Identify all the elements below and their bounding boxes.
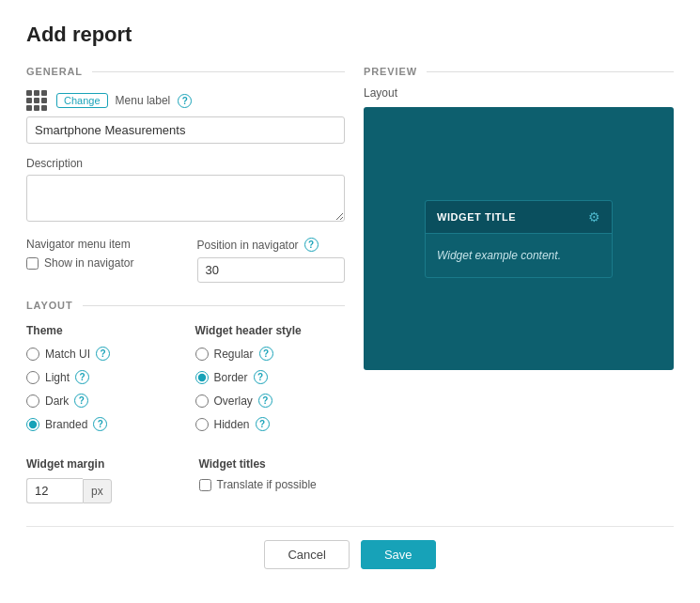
layout-section: LAYOUT Theme Match UI ? Light	[26, 300, 345, 503]
theme-dark: Dark ?	[26, 394, 177, 408]
margin-input[interactable]	[26, 478, 83, 503]
navigator-right: Position in navigator ?	[197, 238, 346, 283]
description-label: Description	[26, 157, 345, 170]
header-hidden: Hidden ?	[195, 417, 346, 431]
header-border-label: Border	[214, 371, 248, 384]
layout-columns: Theme Match UI ? Light ?	[26, 324, 345, 441]
header-regular-help[interactable]: ?	[259, 347, 273, 361]
header-overlay: Overlay ?	[195, 394, 346, 408]
header-regular: Regular ?	[195, 347, 346, 361]
widget-header-title-text: WIDGET TITLE	[437, 211, 516, 223]
theme-branded-help[interactable]: ?	[93, 417, 107, 431]
theme-title: Theme	[26, 324, 177, 337]
theme-light-radio[interactable]	[26, 371, 39, 384]
navigator-label: Navigator menu item	[26, 238, 175, 251]
add-report-modal: Add report GENERAL Change Menu label ?	[0, 0, 700, 603]
widget-margin-section: Widget margin px Widget titles Translate…	[26, 457, 345, 503]
theme-branded: Branded ?	[26, 417, 177, 431]
menu-label-help-icon[interactable]: ?	[178, 94, 192, 108]
layout-section-label: LAYOUT	[26, 300, 345, 311]
header-overlay-label: Overlay	[214, 394, 253, 408]
widget-header-column: Widget header style Regular ? Border ?	[195, 324, 346, 441]
header-hidden-radio[interactable]	[195, 418, 209, 431]
position-label: Position in navigator	[197, 239, 299, 252]
widget-header-title: Widget header style	[195, 324, 346, 337]
header-border-radio[interactable]	[195, 371, 209, 384]
menu-label-text: Menu label	[116, 94, 171, 107]
menu-label-input[interactable]	[26, 116, 345, 144]
menu-label-row: Change Menu label ?	[26, 90, 345, 111]
menu-label-field	[26, 116, 345, 144]
theme-branded-radio[interactable]	[26, 418, 39, 431]
navigator-left: Navigator menu item Show in navigator	[26, 238, 175, 270]
header-border-help[interactable]: ?	[254, 370, 268, 384]
header-hidden-label: Hidden	[214, 418, 250, 431]
widget-content-text: Widget example content.	[437, 249, 561, 262]
theme-branded-label: Branded	[45, 418, 87, 431]
widget-body: Widget example content.	[426, 234, 612, 277]
widget-header: WIDGET TITLE ⚙	[426, 201, 612, 234]
header-regular-radio[interactable]	[195, 348, 209, 361]
widget-titles-col: Widget titles Translate if possible	[199, 457, 346, 503]
margin-unit: px	[83, 479, 112, 503]
content-area: GENERAL Change Menu label ? Description	[26, 66, 674, 503]
widget-margin-col: Widget margin px	[26, 457, 173, 503]
theme-light-label: Light	[45, 371, 70, 384]
theme-dark-label: Dark	[45, 394, 69, 408]
left-panel: GENERAL Change Menu label ? Description	[26, 66, 345, 503]
translate-checkbox[interactable]	[199, 479, 211, 491]
theme-dark-radio[interactable]	[26, 394, 39, 408]
page-title: Add report	[26, 23, 674, 47]
navigator-row: Navigator menu item Show in navigator Po…	[26, 238, 345, 283]
widget-preview: WIDGET TITLE ⚙ Widget example content.	[425, 200, 613, 278]
position-input[interactable]	[197, 257, 346, 283]
description-field: Description	[26, 157, 345, 224]
preview-sublabel: Layout	[364, 86, 674, 100]
gear-icon: ⚙	[588, 209, 600, 224]
widget-margin-title: Widget margin	[26, 457, 173, 471]
grid-icon	[26, 90, 47, 111]
header-overlay-help[interactable]: ?	[258, 394, 272, 408]
position-help-icon[interactable]: ?	[304, 238, 319, 252]
show-in-navigator-label: Show in navigator	[44, 256, 133, 270]
theme-column: Theme Match UI ? Light ?	[26, 324, 177, 441]
show-in-navigator-checkbox[interactable]	[26, 257, 39, 270]
theme-match-ui-help[interactable]: ?	[96, 347, 110, 361]
description-input[interactable]	[26, 175, 345, 222]
theme-dark-help[interactable]: ?	[74, 394, 88, 408]
modal-footer: Cancel Save	[26, 526, 674, 582]
show-in-navigator-row: Show in navigator	[26, 256, 175, 270]
right-panel: PREVIEW Layout WIDGET TITLE ⚙ Widget exa…	[364, 66, 674, 503]
widget-titles-title: Widget titles	[199, 457, 346, 471]
translate-row: Translate if possible	[199, 478, 346, 491]
margin-input-wrap: px	[26, 478, 173, 503]
header-overlay-radio[interactable]	[195, 394, 209, 408]
theme-match-ui-radio[interactable]	[26, 348, 39, 361]
theme-light: Light ?	[26, 370, 177, 384]
preview-section-label: PREVIEW	[364, 66, 674, 77]
header-border: Border ?	[195, 370, 346, 384]
theme-light-help[interactable]: ?	[75, 370, 89, 384]
theme-match-ui-label: Match UI	[45, 348, 90, 361]
cancel-button[interactable]: Cancel	[264, 540, 349, 569]
change-button[interactable]: Change	[56, 93, 108, 108]
preview-box: WIDGET TITLE ⚙ Widget example content.	[364, 107, 674, 370]
header-regular-label: Regular	[214, 348, 254, 361]
header-hidden-help[interactable]: ?	[256, 417, 270, 431]
translate-label: Translate if possible	[217, 478, 317, 491]
general-section-label: GENERAL	[26, 66, 345, 77]
save-button[interactable]: Save	[361, 540, 436, 569]
theme-match-ui: Match UI ?	[26, 347, 177, 361]
